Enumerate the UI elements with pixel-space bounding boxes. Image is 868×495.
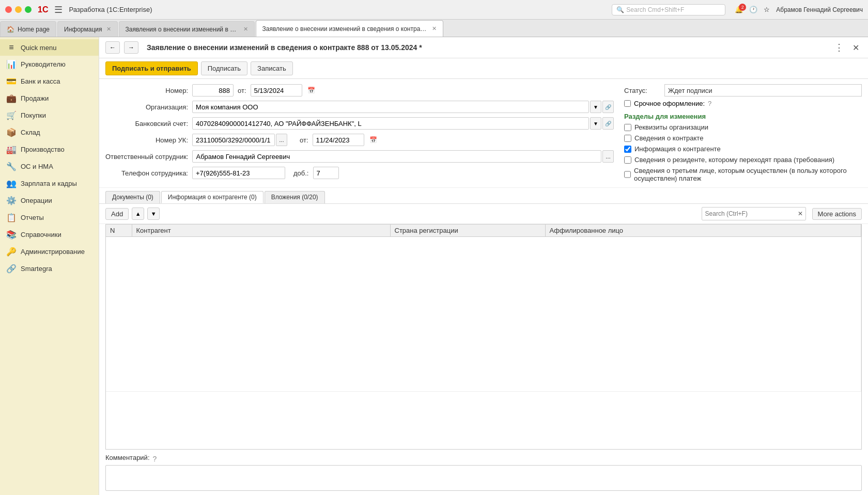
number-row: Номер: от: 📅 bbox=[105, 84, 614, 97]
cb-resident-label: Сведения о резиденте, которому переходят… bbox=[634, 156, 834, 164]
add-button[interactable]: Add bbox=[105, 208, 129, 220]
sidebar-item-references[interactable]: 📚 Справочники bbox=[0, 226, 99, 243]
phone-input[interactable] bbox=[192, 167, 285, 179]
phone-label: Телефон сотрудника: bbox=[105, 169, 188, 177]
move-up-button[interactable]: ▲ bbox=[132, 207, 144, 220]
ext-label: доб.: bbox=[293, 169, 309, 177]
urgent-checkbox[interactable] bbox=[624, 100, 631, 107]
sidebar-label-director: Руководителю bbox=[21, 60, 66, 68]
bank-icon: 💳 bbox=[6, 76, 17, 86]
notification-bell[interactable]: 🔔 2 bbox=[735, 6, 743, 13]
checkbox-third-party: Сведения о третьем лице, которым осущест… bbox=[624, 167, 862, 182]
bank-open-btn[interactable]: 🔗 bbox=[602, 117, 614, 130]
cb-resident[interactable] bbox=[624, 156, 631, 164]
move-down-button[interactable]: ▼ bbox=[147, 207, 160, 220]
tab-doc-close[interactable]: ✕ bbox=[432, 25, 437, 32]
star-icon[interactable]: ☆ bbox=[764, 6, 770, 13]
comment-input[interactable] bbox=[105, 465, 862, 491]
urgent-help-icon[interactable]: ? bbox=[708, 100, 711, 107]
org-label: Организация: bbox=[105, 103, 188, 111]
tab-list-close[interactable]: ✕ bbox=[243, 26, 248, 33]
tab-info-close[interactable]: ✕ bbox=[106, 26, 111, 33]
sign-send-button[interactable]: Подписать и отправить bbox=[105, 61, 198, 75]
tab-info[interactable]: Информация ✕ bbox=[57, 21, 117, 37]
cb-contract-info[interactable] bbox=[624, 135, 631, 142]
sidebar-item-purchases[interactable]: 🛒 Покупки bbox=[0, 107, 99, 124]
tab-list[interactable]: Заявления о внесении изменений в сведени… bbox=[119, 21, 255, 37]
forward-button[interactable]: → bbox=[124, 41, 138, 54]
comment-help-icon[interactable]: ? bbox=[153, 455, 157, 463]
status-label: Статус: bbox=[624, 87, 660, 94]
table-search-input[interactable] bbox=[702, 209, 795, 219]
uk-calendar-icon[interactable]: 📅 bbox=[369, 136, 377, 143]
tab-attachments[interactable]: Вложения (0/20) bbox=[265, 191, 325, 203]
tab-bar: 🏠 Home page Информация ✕ Заявления о вне… bbox=[0, 20, 868, 37]
checkbox-resident-info: Сведения о резиденте, которому переходят… bbox=[624, 156, 862, 164]
sidebar-item-quick-menu[interactable]: ≡ Quick menu bbox=[0, 39, 99, 56]
org-open-btn[interactable]: 🔗 bbox=[602, 101, 614, 113]
uk-row: Номер УК: … от: 📅 bbox=[105, 134, 614, 146]
cb-third-party[interactable] bbox=[624, 171, 631, 178]
sign-button[interactable]: Подписать bbox=[201, 61, 247, 75]
toolbar: Подписать и отправить Подписать Записать bbox=[99, 58, 868, 79]
responsible-select-btn[interactable]: … bbox=[602, 150, 614, 163]
sidebar-item-reports[interactable]: 📋 Отчеты bbox=[0, 209, 99, 226]
responsible-input[interactable] bbox=[192, 150, 601, 163]
doc-more-button[interactable]: ⋮ bbox=[833, 41, 845, 54]
calendar-icon[interactable]: 📅 bbox=[307, 87, 315, 94]
sidebar-item-operations[interactable]: ⚙️ Операции bbox=[0, 192, 99, 209]
main-layout: ≡ Quick menu 📊 Руководителю 💳 Банк и кас… bbox=[0, 37, 868, 495]
doc-close-button[interactable]: ✕ bbox=[849, 41, 862, 54]
history-icon[interactable]: 🕐 bbox=[749, 6, 757, 13]
window-controls bbox=[5, 6, 32, 13]
bank-dropdown-btn[interactable]: ▼ bbox=[590, 117, 601, 130]
table-search-box[interactable]: ✕ bbox=[702, 207, 806, 220]
sidebar-label-purchases: Покупки bbox=[21, 111, 46, 119]
form-left: Номер: от: 📅 Организация: ▼ 🔗 bbox=[105, 84, 614, 182]
status-value: Ждет подписи bbox=[664, 84, 862, 97]
references-icon: 📚 bbox=[6, 230, 17, 239]
sidebar-item-director[interactable]: 📊 Руководителю bbox=[0, 56, 99, 73]
tab-home[interactable]: 🏠 Home page bbox=[0, 21, 56, 37]
empty-row bbox=[106, 237, 861, 392]
uk-select-btn[interactable]: … bbox=[276, 134, 287, 146]
date-input[interactable] bbox=[251, 84, 302, 97]
cb-org-details[interactable] bbox=[624, 124, 631, 131]
cb-contract-label: Сведения о контракте bbox=[634, 134, 703, 142]
sidebar-item-warehouse[interactable]: 📦 Склад bbox=[0, 124, 99, 141]
tab-counterparty[interactable]: Информация о контрагенте (0) bbox=[161, 191, 264, 203]
sidebar-item-bank[interactable]: 💳 Банк и касса bbox=[0, 73, 99, 90]
sidebar-label-salary: Зарплата и кадры bbox=[21, 180, 77, 187]
number-label: Номер: bbox=[105, 87, 188, 94]
urgent-row: Срочное оформление: ? bbox=[624, 100, 862, 107]
number-input[interactable] bbox=[192, 84, 234, 97]
back-button[interactable]: ← bbox=[105, 41, 120, 54]
org-dropdown-btn[interactable]: ▼ bbox=[590, 101, 601, 113]
app-title: Разработка (1С:Enterprise) bbox=[69, 6, 152, 13]
sidebar-item-os-nma[interactable]: 🔧 ОС и НМА bbox=[0, 158, 99, 175]
save-button[interactable]: Записать bbox=[251, 61, 293, 75]
bank-input[interactable] bbox=[192, 117, 589, 130]
sidebar-item-salary[interactable]: 👥 Зарплата и кадры bbox=[0, 175, 99, 192]
sidebar-item-admin[interactable]: 🔑 Администрирование bbox=[0, 243, 99, 260]
sidebar-label-production: Производство bbox=[21, 146, 65, 153]
maximize-dot[interactable] bbox=[25, 6, 32, 13]
table-search-clear[interactable]: ✕ bbox=[795, 207, 805, 220]
org-input[interactable] bbox=[192, 101, 589, 113]
uk-date-input[interactable] bbox=[313, 134, 364, 146]
ext-input[interactable] bbox=[313, 167, 339, 179]
global-search[interactable]: 🔍 Search Cmd+Shift+F bbox=[612, 4, 725, 15]
close-dot[interactable] bbox=[5, 6, 12, 13]
col-affiliated: Аффилированное лицо bbox=[545, 225, 861, 237]
cb-counterparty[interactable] bbox=[624, 146, 631, 153]
tab-docs[interactable]: Документы (0) bbox=[105, 191, 160, 203]
hamburger-icon[interactable]: ☰ bbox=[54, 4, 63, 15]
minimize-dot[interactable] bbox=[15, 6, 22, 13]
table-container[interactable]: N Контрагент Страна регистрации Аффилиро… bbox=[105, 224, 862, 450]
tab-doc[interactable]: Заявление о внесении изменений в сведени… bbox=[256, 20, 443, 37]
sidebar-item-production[interactable]: 🏭 Производство bbox=[0, 141, 99, 158]
sidebar-item-smartegra[interactable]: 🔗 Smartegra bbox=[0, 260, 99, 277]
sidebar-item-sales[interactable]: 💼 Продажи bbox=[0, 90, 99, 107]
more-actions-button[interactable]: More actions bbox=[812, 208, 862, 220]
uk-input[interactable] bbox=[192, 134, 275, 146]
